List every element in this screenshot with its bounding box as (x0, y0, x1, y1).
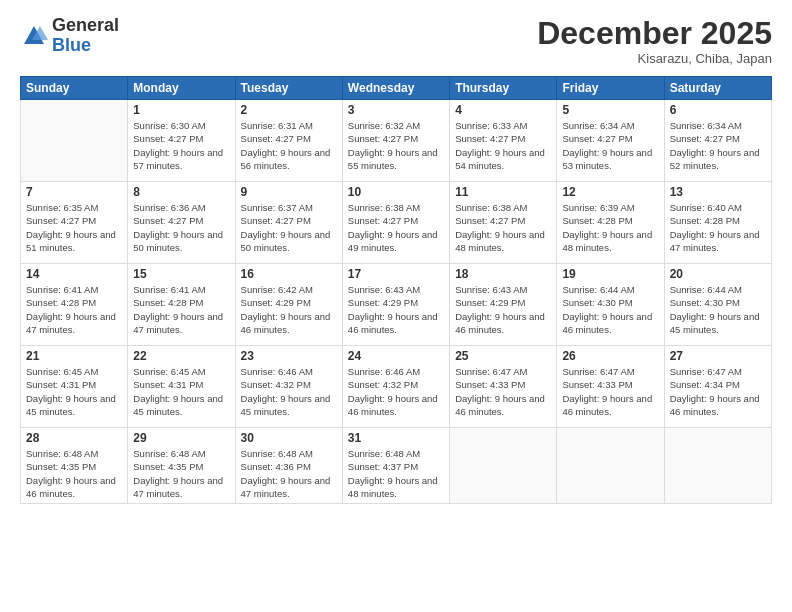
cell-w4-d7: 27Sunrise: 6:47 AM Sunset: 4:34 PM Dayli… (664, 346, 771, 428)
day-number-9: 9 (241, 185, 337, 199)
cell-w1-d1 (21, 100, 128, 182)
day-info-5: Sunrise: 6:34 AM Sunset: 4:27 PM Dayligh… (562, 119, 658, 172)
cell-w2-d4: 10Sunrise: 6:38 AM Sunset: 4:27 PM Dayli… (342, 182, 449, 264)
cell-w1-d3: 2Sunrise: 6:31 AM Sunset: 4:27 PM Daylig… (235, 100, 342, 182)
header-tuesday: Tuesday (235, 77, 342, 100)
day-number-19: 19 (562, 267, 658, 281)
month-title: December 2025 (537, 16, 772, 51)
day-number-24: 24 (348, 349, 444, 363)
day-number-26: 26 (562, 349, 658, 363)
day-number-16: 16 (241, 267, 337, 281)
day-info-3: Sunrise: 6:32 AM Sunset: 4:27 PM Dayligh… (348, 119, 444, 172)
day-info-21: Sunrise: 6:45 AM Sunset: 4:31 PM Dayligh… (26, 365, 122, 418)
day-number-31: 31 (348, 431, 444, 445)
cell-w3-d3: 16Sunrise: 6:42 AM Sunset: 4:29 PM Dayli… (235, 264, 342, 346)
day-number-20: 20 (670, 267, 766, 281)
cell-w4-d3: 23Sunrise: 6:46 AM Sunset: 4:32 PM Dayli… (235, 346, 342, 428)
day-info-9: Sunrise: 6:37 AM Sunset: 4:27 PM Dayligh… (241, 201, 337, 254)
day-info-28: Sunrise: 6:48 AM Sunset: 4:35 PM Dayligh… (26, 447, 122, 500)
day-number-8: 8 (133, 185, 229, 199)
page: General Blue December 2025 Kisarazu, Chi… (0, 0, 792, 612)
calendar-table: Sunday Monday Tuesday Wednesday Thursday… (20, 76, 772, 504)
day-number-10: 10 (348, 185, 444, 199)
cell-w3-d4: 17Sunrise: 6:43 AM Sunset: 4:29 PM Dayli… (342, 264, 449, 346)
week-row-1: 1Sunrise: 6:30 AM Sunset: 4:27 PM Daylig… (21, 100, 772, 182)
day-number-30: 30 (241, 431, 337, 445)
cell-w4-d2: 22Sunrise: 6:45 AM Sunset: 4:31 PM Dayli… (128, 346, 235, 428)
day-number-15: 15 (133, 267, 229, 281)
day-number-18: 18 (455, 267, 551, 281)
cell-w5-d7 (664, 428, 771, 504)
cell-w2-d7: 13Sunrise: 6:40 AM Sunset: 4:28 PM Dayli… (664, 182, 771, 264)
day-info-31: Sunrise: 6:48 AM Sunset: 4:37 PM Dayligh… (348, 447, 444, 500)
weekday-header-row: Sunday Monday Tuesday Wednesday Thursday… (21, 77, 772, 100)
day-number-6: 6 (670, 103, 766, 117)
day-number-27: 27 (670, 349, 766, 363)
header-monday: Monday (128, 77, 235, 100)
week-row-2: 7Sunrise: 6:35 AM Sunset: 4:27 PM Daylig… (21, 182, 772, 264)
cell-w5-d4: 31Sunrise: 6:48 AM Sunset: 4:37 PM Dayli… (342, 428, 449, 504)
cell-w3-d5: 18Sunrise: 6:43 AM Sunset: 4:29 PM Dayli… (450, 264, 557, 346)
day-info-18: Sunrise: 6:43 AM Sunset: 4:29 PM Dayligh… (455, 283, 551, 336)
day-info-13: Sunrise: 6:40 AM Sunset: 4:28 PM Dayligh… (670, 201, 766, 254)
header: General Blue December 2025 Kisarazu, Chi… (20, 16, 772, 66)
day-number-21: 21 (26, 349, 122, 363)
day-info-7: Sunrise: 6:35 AM Sunset: 4:27 PM Dayligh… (26, 201, 122, 254)
day-number-29: 29 (133, 431, 229, 445)
cell-w2-d2: 8Sunrise: 6:36 AM Sunset: 4:27 PM Daylig… (128, 182, 235, 264)
day-number-2: 2 (241, 103, 337, 117)
day-info-25: Sunrise: 6:47 AM Sunset: 4:33 PM Dayligh… (455, 365, 551, 418)
day-info-6: Sunrise: 6:34 AM Sunset: 4:27 PM Dayligh… (670, 119, 766, 172)
day-info-23: Sunrise: 6:46 AM Sunset: 4:32 PM Dayligh… (241, 365, 337, 418)
cell-w1-d6: 5Sunrise: 6:34 AM Sunset: 4:27 PM Daylig… (557, 100, 664, 182)
logo-icon (20, 22, 48, 50)
day-number-7: 7 (26, 185, 122, 199)
cell-w4-d6: 26Sunrise: 6:47 AM Sunset: 4:33 PM Dayli… (557, 346, 664, 428)
title-block: December 2025 Kisarazu, Chiba, Japan (537, 16, 772, 66)
header-saturday: Saturday (664, 77, 771, 100)
day-info-12: Sunrise: 6:39 AM Sunset: 4:28 PM Dayligh… (562, 201, 658, 254)
day-info-1: Sunrise: 6:30 AM Sunset: 4:27 PM Dayligh… (133, 119, 229, 172)
day-info-14: Sunrise: 6:41 AM Sunset: 4:28 PM Dayligh… (26, 283, 122, 336)
day-info-16: Sunrise: 6:42 AM Sunset: 4:29 PM Dayligh… (241, 283, 337, 336)
header-wednesday: Wednesday (342, 77, 449, 100)
cell-w4-d5: 25Sunrise: 6:47 AM Sunset: 4:33 PM Dayli… (450, 346, 557, 428)
cell-w2-d1: 7Sunrise: 6:35 AM Sunset: 4:27 PM Daylig… (21, 182, 128, 264)
week-row-3: 14Sunrise: 6:41 AM Sunset: 4:28 PM Dayli… (21, 264, 772, 346)
logo-blue-text: Blue (52, 36, 119, 56)
logo-general-text: General (52, 16, 119, 36)
day-info-22: Sunrise: 6:45 AM Sunset: 4:31 PM Dayligh… (133, 365, 229, 418)
cell-w5-d5 (450, 428, 557, 504)
day-number-14: 14 (26, 267, 122, 281)
cell-w3-d2: 15Sunrise: 6:41 AM Sunset: 4:28 PM Dayli… (128, 264, 235, 346)
day-number-17: 17 (348, 267, 444, 281)
location: Kisarazu, Chiba, Japan (537, 51, 772, 66)
day-info-19: Sunrise: 6:44 AM Sunset: 4:30 PM Dayligh… (562, 283, 658, 336)
cell-w3-d6: 19Sunrise: 6:44 AM Sunset: 4:30 PM Dayli… (557, 264, 664, 346)
day-number-12: 12 (562, 185, 658, 199)
week-row-4: 21Sunrise: 6:45 AM Sunset: 4:31 PM Dayli… (21, 346, 772, 428)
cell-w1-d5: 4Sunrise: 6:33 AM Sunset: 4:27 PM Daylig… (450, 100, 557, 182)
day-info-8: Sunrise: 6:36 AM Sunset: 4:27 PM Dayligh… (133, 201, 229, 254)
day-number-23: 23 (241, 349, 337, 363)
cell-w5-d1: 28Sunrise: 6:48 AM Sunset: 4:35 PM Dayli… (21, 428, 128, 504)
cell-w2-d6: 12Sunrise: 6:39 AM Sunset: 4:28 PM Dayli… (557, 182, 664, 264)
cell-w3-d1: 14Sunrise: 6:41 AM Sunset: 4:28 PM Dayli… (21, 264, 128, 346)
day-number-4: 4 (455, 103, 551, 117)
day-info-26: Sunrise: 6:47 AM Sunset: 4:33 PM Dayligh… (562, 365, 658, 418)
day-info-2: Sunrise: 6:31 AM Sunset: 4:27 PM Dayligh… (241, 119, 337, 172)
day-number-5: 5 (562, 103, 658, 117)
cell-w5-d3: 30Sunrise: 6:48 AM Sunset: 4:36 PM Dayli… (235, 428, 342, 504)
day-info-30: Sunrise: 6:48 AM Sunset: 4:36 PM Dayligh… (241, 447, 337, 500)
cell-w5-d6 (557, 428, 664, 504)
cell-w3-d7: 20Sunrise: 6:44 AM Sunset: 4:30 PM Dayli… (664, 264, 771, 346)
day-info-27: Sunrise: 6:47 AM Sunset: 4:34 PM Dayligh… (670, 365, 766, 418)
day-info-24: Sunrise: 6:46 AM Sunset: 4:32 PM Dayligh… (348, 365, 444, 418)
day-number-25: 25 (455, 349, 551, 363)
day-number-3: 3 (348, 103, 444, 117)
day-info-10: Sunrise: 6:38 AM Sunset: 4:27 PM Dayligh… (348, 201, 444, 254)
header-sunday: Sunday (21, 77, 128, 100)
day-info-15: Sunrise: 6:41 AM Sunset: 4:28 PM Dayligh… (133, 283, 229, 336)
day-info-17: Sunrise: 6:43 AM Sunset: 4:29 PM Dayligh… (348, 283, 444, 336)
cell-w2-d5: 11Sunrise: 6:38 AM Sunset: 4:27 PM Dayli… (450, 182, 557, 264)
